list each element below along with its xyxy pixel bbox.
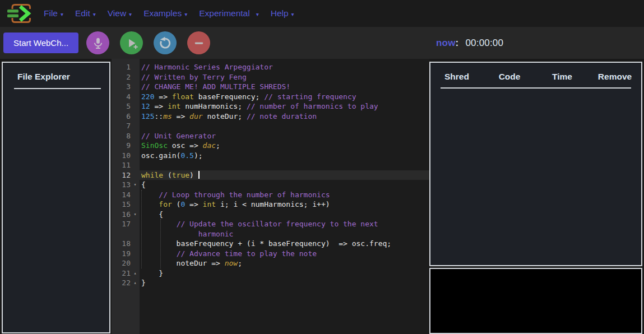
code-line[interactable]: 19 // Advance time to play the note — [112, 249, 429, 259]
fold-marker-icon[interactable]: ▾ — [131, 180, 140, 190]
code-line[interactable]: 9SinOsc osc => dac; — [112, 141, 429, 151]
line-number-gutter: 16▾ — [112, 210, 140, 220]
menu-label: Edit — [75, 8, 90, 18]
divider — [441, 87, 631, 89]
code-line[interactable]: 2// Written by Terry Feng — [112, 72, 429, 82]
chevron-down-icon: ▾ — [129, 11, 132, 17]
menu-help[interactable]: Help▾ — [271, 8, 294, 18]
menu-file[interactable]: File▾ — [44, 8, 63, 18]
code-line[interactable]: 12while (true) — [112, 170, 429, 180]
fold-marker-icon[interactable]: ▾ — [131, 210, 140, 220]
code-line[interactable]: 512 => int numHarmonics; // number of ha… — [112, 101, 429, 112]
code-editor[interactable]: 1// Harmonic Series Arpeggiator2// Writt… — [112, 59, 429, 334]
line-number-gutter: 4 — [112, 92, 140, 102]
line-number-gutter: 9 — [112, 141, 140, 151]
code-line[interactable]: 8// Unit Generator — [112, 131, 429, 141]
navbar: File▾Edit▾View▾Examples▾Experimental▾Hel… — [0, 0, 644, 27]
line-number-gutter: 1 — [112, 62, 140, 72]
replace-shred-icon — [157, 35, 173, 50]
text-cursor — [198, 171, 200, 179]
microphone-icon — [91, 36, 105, 50]
shred-table-header-time: Time — [536, 72, 589, 82]
now-separator: : — [456, 38, 459, 48]
start-webchuck-button[interactable]: Start WebCh... — [3, 33, 78, 53]
line-number: 15 — [112, 200, 131, 210]
code-line[interactable]: 14 // Loop through the number of harmoni… — [112, 190, 429, 200]
shred-table-panel: ShredCodeTimeRemove — [429, 62, 642, 266]
line-number-gutter: 12 — [112, 170, 140, 180]
fold-marker-icon[interactable]: ▴ — [131, 278, 140, 288]
line-number: 22 — [112, 278, 131, 288]
remove-shred-button[interactable] — [187, 31, 210, 54]
menu-experimental[interactable]: Experimental▾ — [199, 8, 259, 18]
line-number-gutter: 3 — [112, 82, 140, 92]
remove-shred-minus-icon — [192, 36, 206, 50]
menu-label: Experimental — [199, 8, 249, 18]
code-line[interactable]: 22▴} — [112, 278, 429, 288]
code-line[interactable]: 4220 => float baseFrequency; // starting… — [112, 92, 429, 102]
chevron-down-icon: ▾ — [61, 11, 63, 17]
code-line[interactable]: 17 // Update the oscillator frequency to… — [112, 219, 429, 239]
code-line[interactable]: 20 noteDur => now; — [112, 258, 429, 268]
play-button[interactable] — [120, 31, 143, 54]
code-line[interactable]: 11 — [112, 160, 429, 170]
line-number: 9 — [112, 141, 131, 151]
toolbar: Start WebCh... — [0, 27, 644, 59]
line-number: 2 — [112, 72, 131, 82]
line-number-gutter: 7 — [112, 121, 140, 131]
fold-marker-icon[interactable]: ▴ — [131, 268, 140, 279]
line-number-gutter: 14 — [112, 190, 140, 200]
file-explorer-title: File Explorer — [3, 63, 109, 82]
menu-label: Examples — [143, 8, 182, 18]
code-line[interactable]: 21▴ } — [112, 268, 429, 279]
line-number: 8 — [112, 131, 131, 141]
line-number-gutter: 2 — [112, 72, 140, 82]
code-line[interactable]: 16▾ { — [112, 210, 429, 220]
webchuck-ide: File▾Edit▾View▾Examples▾Experimental▾Hel… — [0, 0, 644, 334]
console-panel — [429, 268, 642, 334]
shred-table-header-code: Code — [483, 72, 536, 82]
line-number-gutter: 5 — [112, 101, 140, 112]
line-number-gutter: 6 — [112, 112, 140, 122]
line-number: 3 — [112, 82, 131, 92]
code-line[interactable]: 3// CHANGE ME! ADD MULTIPLE SHREDS! — [112, 82, 429, 92]
line-number-gutter: 18 — [112, 239, 140, 249]
code-line[interactable]: 7 — [112, 121, 429, 131]
line-number: 7 — [112, 121, 131, 131]
line-number: 11 — [112, 160, 131, 170]
code-line[interactable]: 10osc.gain(0.5); — [112, 151, 429, 161]
line-number: 14 — [112, 190, 131, 200]
shred-table-header-shred: Shred — [430, 72, 483, 82]
mic-button[interactable] — [86, 31, 109, 54]
replace-shred-button[interactable] — [154, 31, 177, 54]
chevron-down-icon: ▾ — [291, 11, 294, 17]
code-line[interactable]: 13▾{ — [112, 180, 429, 190]
main-area: File Explorer 1// Harmonic Series Arpegg… — [0, 59, 644, 334]
line-number: 4 — [112, 92, 131, 102]
line-number-gutter: 20 — [112, 258, 140, 268]
code-line[interactable]: 6125::ms => dur noteDur; // note duratio… — [112, 112, 429, 122]
menu-label: File — [44, 8, 58, 18]
line-number: 20 — [112, 258, 131, 268]
divider — [14, 88, 101, 89]
line-number-gutter: 21▴ — [112, 268, 140, 279]
menu-view[interactable]: View▾ — [108, 8, 132, 18]
code-line[interactable]: 18 baseFrequency + (i * baseFrequency) =… — [112, 239, 429, 249]
line-number: 18 — [112, 239, 131, 249]
menu-edit[interactable]: Edit▾ — [75, 8, 96, 18]
line-number-gutter: 13▾ — [112, 180, 140, 190]
chevron-down-icon: ▾ — [256, 11, 259, 17]
menu-label: Help — [271, 8, 289, 18]
line-number: 16 — [112, 210, 131, 220]
file-explorer-panel: File Explorer — [2, 62, 110, 333]
menu-examples[interactable]: Examples▾ — [143, 8, 187, 18]
chuck-logo-icon — [6, 2, 33, 25]
line-number-gutter: 19 — [112, 249, 140, 259]
chuck-time-display: now: 00:00:00 — [436, 38, 503, 49]
code-line[interactable]: 1// Harmonic Series Arpeggiator — [112, 62, 429, 72]
line-number-gutter: 11 — [112, 160, 140, 170]
shred-table-header-remove: Remove — [589, 72, 641, 82]
line-number: 17 — [112, 219, 131, 229]
now-value: 00:00:00 — [465, 38, 503, 48]
code-line[interactable]: 15 for (0 => int i; i < numHarmonics; i+… — [112, 200, 429, 210]
